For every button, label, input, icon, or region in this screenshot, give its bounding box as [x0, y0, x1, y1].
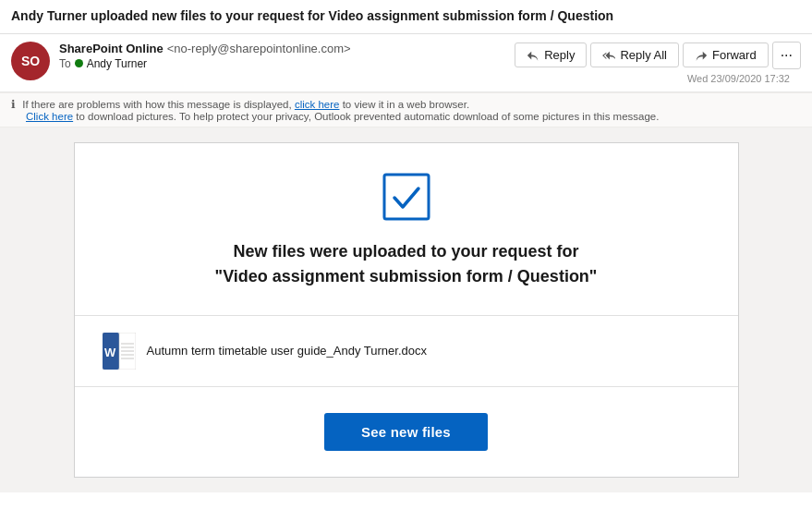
date-row: Wed 23/09/2020 17:32: [687, 71, 801, 88]
file-name: Autumn term timetable user guide_Andy Tu…: [147, 344, 428, 358]
svg-rect-0: [384, 175, 429, 219]
card-heading-line1: New files were uploaded to your request …: [112, 239, 701, 264]
forward-icon: [695, 49, 708, 62]
file-row: W Autumn term timetable user guide_Andy …: [75, 316, 738, 387]
actions-right: Reply Reply All Forward ··· Wed 23/09/20…: [515, 42, 801, 88]
sender-section: SO SharePoint Online <no-reply@sharepoin…: [11, 42, 351, 80]
reply-all-icon: [602, 49, 615, 62]
click-here-link-2[interactable]: Click here: [26, 111, 73, 122]
recipient-row: To Andy Turner: [59, 57, 351, 70]
info-bar-line1: ℹ If there are problems with how this me…: [11, 98, 801, 111]
avatar: SO: [11, 42, 50, 80]
reply-label: Reply: [544, 48, 575, 62]
card-header: New files were uploaded to your request …: [75, 143, 738, 316]
card-heading-line2: "Video assignment submission form / Ques…: [112, 264, 701, 289]
to-label: To: [59, 57, 71, 70]
online-status-icon: [75, 59, 83, 67]
reply-all-label: Reply All: [620, 48, 667, 62]
email-card: New files were uploaded to your request …: [74, 142, 739, 478]
see-new-files-button[interactable]: See new files: [324, 413, 488, 451]
checkmark-icon: [382, 173, 430, 221]
sender-info: SharePoint Online <no-reply@sharepointon…: [59, 42, 351, 70]
info-text-3: to download pictures. To help protect yo…: [76, 111, 659, 122]
email-header: SO SharePoint Online <no-reply@sharepoin…: [0, 34, 812, 92]
reply-icon: [527, 49, 539, 62]
reply-all-button[interactable]: Reply All: [590, 42, 679, 67]
more-options-button[interactable]: ···: [772, 42, 801, 69]
forward-button[interactable]: Forward: [683, 42, 769, 67]
recipient-name: Andy Turner: [87, 57, 147, 70]
info-text-2: to view it in a web browser.: [343, 99, 469, 110]
reply-button[interactable]: Reply: [515, 42, 587, 67]
info-text-1: If there are problems with how this mess…: [22, 99, 295, 110]
forward-label: Forward: [712, 48, 757, 62]
email-actions: Reply Reply All Forward ···: [515, 42, 801, 69]
email-date: Wed 23/09/2020 17:32: [687, 73, 790, 84]
svg-text:W: W: [104, 346, 116, 359]
word-doc-icon: W: [103, 333, 136, 370]
click-here-link-1[interactable]: click here: [295, 99, 340, 110]
info-bar-line2: Click here to download pictures. To help…: [11, 111, 801, 122]
sender-email: <no-reply@sharepointonline.com>: [167, 42, 351, 55]
card-footer: See new files: [75, 387, 738, 477]
card-title: New files were uploaded to your request …: [112, 239, 701, 289]
sender-name: SharePoint Online: [59, 42, 164, 55]
email-body: New files were uploaded to your request …: [0, 127, 812, 492]
email-subject: Andy Turner uploaded new files to your r…: [0, 0, 812, 34]
info-bar: ℹ If there are problems with how this me…: [0, 92, 812, 127]
